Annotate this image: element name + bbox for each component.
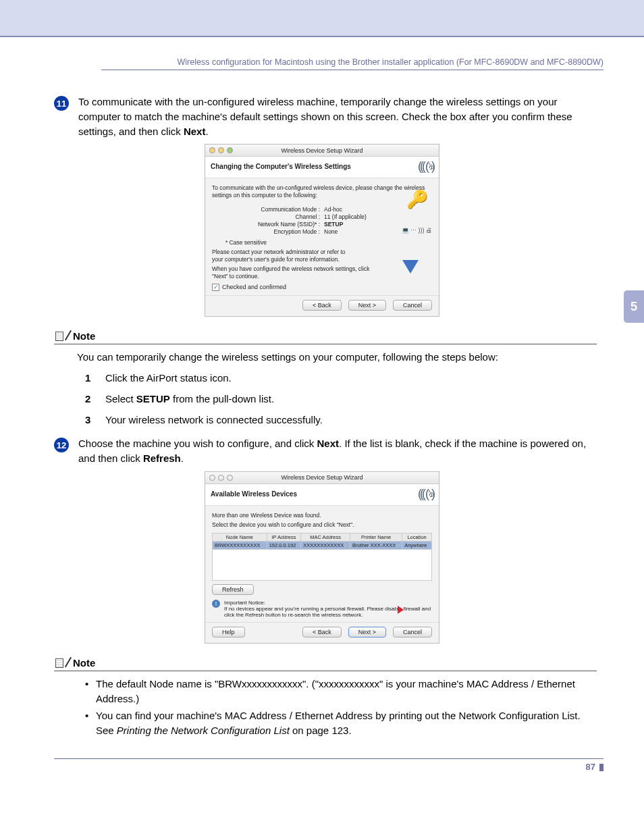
cancel-button[interactable]: Cancel — [393, 300, 432, 311]
step-number-badge: 12 — [54, 438, 69, 452]
next-button[interactable]: Next > — [348, 300, 386, 311]
note-header: Note — [54, 657, 597, 671]
cell-printer: Brother XXX-XXXX — [350, 541, 402, 549]
banner-title: Available Wireless Devices — [211, 490, 297, 498]
note2-bullets: The default Node name is "BRWxxxxxxxxxxx… — [85, 677, 597, 738]
note2-b2-b: on page 123. — [290, 725, 352, 736]
col-mac: MAC Address — [301, 533, 350, 541]
enc-value: None — [324, 228, 338, 235]
channel-label: Channel : — [239, 213, 320, 220]
banner-title: Changing the Computer's Wireless Setting… — [211, 163, 351, 170]
step-12: 12 Choose the machine you wish to config… — [54, 436, 597, 466]
step-12-a: Choose the machine you wish to configure… — [78, 438, 317, 449]
cell-ip: 192.0.0.192 — [267, 541, 301, 549]
enc-label: Encryption Mode : — [239, 228, 320, 235]
refresh-button[interactable]: Refresh — [212, 584, 254, 595]
page-number: 87 — [586, 762, 595, 772]
when-configured-text: When you have configured the wireless ne… — [212, 265, 377, 280]
key-icon: 🔑 — [406, 189, 428, 210]
titlebar: Wireless Device Setup Wizard — [205, 145, 439, 157]
note-icon — [54, 330, 69, 342]
wireless-icon: ((( (ঌ) — [418, 487, 433, 501]
wizard-screenshot-change-settings: Wireless Device Setup Wizard Changing th… — [205, 144, 439, 316]
checkbox-checked-icon[interactable]: ✓ — [212, 284, 219, 291]
channel-value: 11 (If applicable) — [324, 213, 367, 220]
help-button[interactable]: Help — [212, 627, 245, 637]
wizard-screenshot-available-devices: Wireless Device Setup Wizard Available W… — [205, 471, 439, 644]
col-ip: IP Address — [267, 533, 301, 541]
table-row[interactable]: BRWXXXXXXXXXX 192.0.0.192 XXXXXXXXXXXX B… — [213, 541, 432, 549]
note2-b2-ref: Printing the Network Configuration List — [117, 725, 290, 736]
substep-2a: Select — [105, 393, 136, 405]
intro2: Select the device you wish to configure … — [212, 521, 432, 529]
back-button[interactable]: < Back — [302, 627, 342, 637]
wizard-body: To communicate with the un-configured wi… — [205, 178, 439, 294]
contact-admin-text: Please contact your network administrato… — [212, 249, 357, 263]
page-footer: 87 — [54, 758, 603, 772]
note1-body: You can temporarily change the wireless … — [77, 350, 597, 365]
wireless-icon: ((( (ঌ) — [418, 159, 433, 174]
step-12-text: Choose the machine you wish to configure… — [78, 436, 597, 466]
cell-node: BRWXXXXXXXXXX — [213, 541, 267, 549]
step-number-badge: 11 — [54, 96, 69, 111]
col-loc: Location — [402, 533, 432, 541]
cell-mac: XXXXXXXXXXXX — [301, 541, 350, 549]
substep-2b: SETUP — [136, 393, 170, 405]
info-icon: ! — [212, 600, 220, 608]
note-header: Note — [54, 330, 597, 344]
button-row: < Back Next > Cancel — [205, 295, 439, 316]
step-11-bold-next: Next — [184, 126, 206, 137]
step-11-part-a: To communicate with the un-configured wi… — [78, 96, 572, 137]
substep-2c: from the pull-down list. — [170, 393, 274, 405]
step-12-bold-next: Next — [317, 438, 340, 449]
laptop-printer-icon: 💻 ⋯ ))) 🖨 — [402, 227, 433, 234]
checked-confirmed-row[interactable]: ✓ Checked and confirmed — [212, 284, 432, 291]
back-button[interactable]: < Back — [302, 300, 342, 311]
col-node: Node Name — [213, 533, 267, 541]
window-title: Wireless Device Setup Wizard — [205, 474, 439, 481]
chapter-tab: 5 — [624, 290, 644, 323]
step-11: 11 To communicate with the un-configured… — [54, 95, 597, 138]
note-label: Note — [73, 657, 95, 669]
comm-mode-value: Ad-hoc — [324, 206, 342, 213]
note-block-2: Note The default Node name is "BRWxxxxxx… — [54, 657, 597, 738]
table-header-row: Node Name IP Address MAC Address Printer… — [213, 533, 432, 541]
blue-arrow-icon — [402, 260, 419, 273]
button-row: Help < Back Next > Cancel — [205, 622, 439, 643]
notice-label: Important Notice: — [224, 600, 432, 606]
note-block-1: Note You can temporarily change the wire… — [54, 330, 597, 427]
red-arrow-icon — [398, 606, 404, 614]
cell-loc: Anywhere — [402, 541, 432, 549]
important-notice: ! Important Notice: If no devices appear… — [212, 600, 432, 618]
checked-confirmed-label: Checked and confirmed — [222, 284, 286, 290]
substep-1: Click the AirPort status icon. — [85, 371, 597, 385]
ssid-value: SETUP — [324, 221, 343, 228]
comm-mode-label: Communication Mode : — [239, 206, 320, 213]
intro1: More than one Wireless Device was found. — [212, 512, 432, 519]
note2-bullet-2: You can find your machine's MAC Address … — [85, 708, 597, 738]
banner: Changing the Computer's Wireless Setting… — [205, 157, 439, 178]
substep-3: Your wireless network is connected succe… — [85, 413, 597, 427]
col-printer: Printer Name — [350, 533, 402, 541]
note2-bullet-1: The default Node name is "BRWxxxxxxxxxxx… — [85, 677, 597, 706]
cancel-button[interactable]: Cancel — [393, 627, 432, 637]
note1-substeps: Click the AirPort status icon. Select SE… — [85, 371, 597, 427]
footer-square-icon — [599, 764, 603, 771]
step-12-d: . — [181, 452, 184, 464]
note-icon — [54, 657, 69, 669]
step-11-text: To communicate with the un-configured wi… — [78, 95, 597, 138]
banner: Available Wireless Devices ((( (ঌ) — [205, 484, 439, 506]
devices-table: Node Name IP Address MAC Address Printer… — [212, 533, 432, 581]
case-sensitive-note: * Case sensitive — [225, 239, 432, 246]
note-label: Note — [73, 330, 95, 342]
top-color-band — [0, 0, 644, 37]
window-title: Wireless Device Setup Wizard — [205, 147, 439, 154]
titlebar: Wireless Device Setup Wizard — [205, 472, 439, 484]
wizard-body: More than one Wireless Device was found.… — [205, 506, 439, 622]
next-button[interactable]: Next > — [348, 627, 386, 637]
substep-2: Select SETUP from the pull-down list. — [85, 392, 597, 406]
page-header: Wireless configuration for Macintosh usi… — [101, 57, 603, 70]
ssid-label: Network Name (SSID)* : — [239, 221, 320, 228]
intro-text: To communicate with the un-configured wi… — [212, 184, 432, 199]
table-row-empty — [213, 549, 432, 580]
